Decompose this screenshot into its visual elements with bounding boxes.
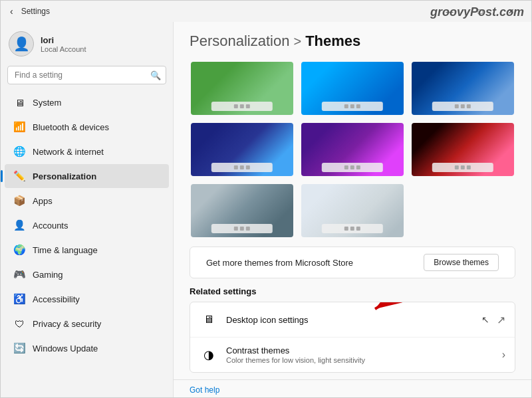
privacy-icon: 🛡 [13,317,26,330]
contrast-themes-title: Contrast themes [226,346,494,355]
windows-update-icon: 🔄 [13,342,26,355]
theme-item-6[interactable] [410,122,515,177]
sidebar-nav: 🖥 System 📶 Bluetooth & devices 🌐 Network… [1,90,173,361]
theme-taskbar-4 [211,163,273,172]
breadcrumb: Personalization > Themes [190,33,515,50]
gaming-icon: 🎮 [13,268,26,281]
theme-preview-6 [412,123,514,176]
apps-icon: 📦 [13,194,26,207]
app-body: 👤 lori Local Account 🔍 🖥 System [1,22,531,397]
accounts-icon: 👤 [13,219,26,232]
sidebar-item-label: System [33,98,61,108]
sidebar-item-accounts[interactable]: 👤 Accounts [5,213,169,237]
settings-window: ‹ Settings — □ ✕ groovyPost.com 👤 lori L… [0,0,532,398]
minimize-button[interactable]: — [434,1,465,22]
network-icon: 🌐 [13,145,26,158]
ms-store-text: Get more themes from Microsoft Store [206,258,353,268]
back-button[interactable]: ‹ [6,5,17,18]
sidebar-item-label: Gaming [33,270,63,280]
theme-taskbar-1 [211,102,273,111]
accessibility-icon: ♿ [13,292,26,306]
theme-taskbar-8 [322,224,383,233]
settings-card: 🖥 Desktop icon settings [190,302,515,373]
theme-preview-7 [191,184,293,237]
cursor-indicator: ↖ [481,314,489,325]
theme-taskbar-6 [432,163,493,172]
breadcrumb-parent[interactable]: Personalization [190,33,289,50]
theme-taskbar-3 [432,102,493,111]
bluetooth-icon: 📶 [13,120,26,134]
sidebar-item-label: Windows Update [33,344,98,353]
contrast-themes-text: Contrast themes Color themes for low vis… [226,346,494,364]
contrast-icon: ◑ [200,346,218,364]
search-icon: 🔍 [150,70,161,80]
sidebar: 👤 lori Local Account 🔍 🖥 System [1,22,174,397]
user-name: lori [41,35,86,45]
titlebar-title: Settings [21,7,434,16]
sidebar-item-windows-update[interactable]: 🔄 Windows Update [5,336,169,360]
themes-grid [174,56,531,247]
search-box: 🔍 [7,66,166,84]
chevron-right-icon: › [502,349,505,361]
contrast-themes-row[interactable]: ◑ Contrast themes Color themes for low v… [190,338,515,372]
sidebar-item-label: Personalization [33,171,96,181]
desktop-icon-settings-row[interactable]: 🖥 Desktop icon settings [190,302,515,338]
sidebar-item-label: Bluetooth & devices [33,122,109,132]
sidebar-item-bluetooth[interactable]: 📶 Bluetooth & devices [5,115,169,139]
got-help-label: Got help [190,385,219,395]
related-settings-title: Related settings [190,286,515,296]
sidebar-item-apps[interactable]: 📦 Apps [5,189,169,213]
avatar-icon: 👤 [13,36,30,52]
titlebar: ‹ Settings — □ ✕ [1,1,531,22]
sidebar-item-label: Accounts [33,221,68,231]
system-icon: 🖥 [13,96,26,109]
sidebar-item-label: Privacy & security [33,319,101,329]
breadcrumb-current: Themes [305,33,360,50]
theme-item-2[interactable] [300,60,405,116]
maximize-button[interactable]: □ [465,1,495,22]
desktop-icon: 🖥 [200,310,218,329]
theme-preview-5 [301,123,404,176]
sidebar-item-personalization[interactable]: ✏️ Personalization [5,164,169,188]
close-button[interactable]: ✕ [495,1,526,22]
sidebar-item-label: Time & language [33,245,98,255]
user-info: lori Local Account [41,35,86,53]
sidebar-item-label: Network & internet [33,147,104,157]
browse-themes-button[interactable]: Browse themes [424,254,499,271]
sidebar-item-label: Accessibility [33,294,80,304]
sidebar-item-label: Apps [33,196,53,206]
theme-item-8[interactable] [300,183,405,239]
theme-item-4[interactable] [190,122,295,177]
time-icon: 🌍 [13,243,26,256]
sidebar-item-accessibility[interactable]: ♿ Accessibility [5,287,169,311]
sidebar-item-privacy[interactable]: 🛡 Privacy & security [5,312,169,336]
theme-item-3[interactable] [410,60,515,116]
sidebar-item-system[interactable]: 🖥 System [5,90,169,114]
theme-taskbar-2 [322,102,383,111]
sidebar-item-time[interactable]: 🌍 Time & language [5,238,169,262]
user-section[interactable]: 👤 lori Local Account [1,22,173,63]
theme-item-1[interactable] [190,60,295,116]
sidebar-item-network[interactable]: 🌐 Network & internet [5,140,169,163]
theme-item-5[interactable] [300,122,405,177]
external-link-icon: ↗ [497,314,505,326]
sidebar-item-gaming[interactable]: 🎮 Gaming [5,262,169,286]
theme-item-7[interactable] [190,183,295,239]
contrast-themes-subtitle: Color themes for low vision, light sensi… [226,356,494,364]
window-controls: — □ ✕ [434,1,526,22]
theme-taskbar-7 [211,224,273,233]
breadcrumb-separator: > [293,34,301,49]
got-help-bar[interactable]: Got help [174,379,531,397]
theme-preview-2 [301,62,404,115]
theme-preview-1 [191,62,293,115]
user-type: Local Account [41,45,86,53]
avatar: 👤 [9,31,34,56]
ms-store-row: Get more themes from Microsoft Store Bro… [190,247,515,278]
main-content: Personalization > Themes [174,22,531,397]
desktop-icon-text: Desktop icon settings [226,315,483,325]
theme-preview-4 [191,123,293,176]
theme-preview-3 [412,62,514,115]
related-settings-section: Related settings 🖥 Desktop icon settings [174,286,531,379]
search-input[interactable] [7,66,166,84]
desktop-icon-title: Desktop icon settings [226,315,483,325]
